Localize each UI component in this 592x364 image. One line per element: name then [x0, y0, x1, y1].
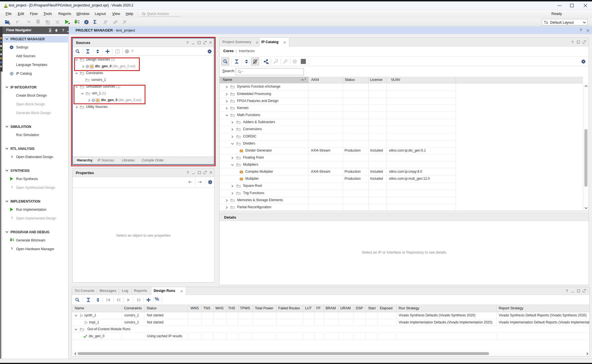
svg-text:?: ?	[62, 28, 64, 32]
svg-text:?: ?	[571, 40, 574, 44]
svg-text:01: 01	[78, 20, 79, 22]
svg-text:?: ?	[566, 289, 568, 293]
svg-text:01: 01	[13, 239, 14, 240]
svg-text:10: 10	[13, 240, 14, 241]
svg-text:10: 10	[78, 22, 79, 24]
svg-text:?: ?	[187, 171, 189, 174]
